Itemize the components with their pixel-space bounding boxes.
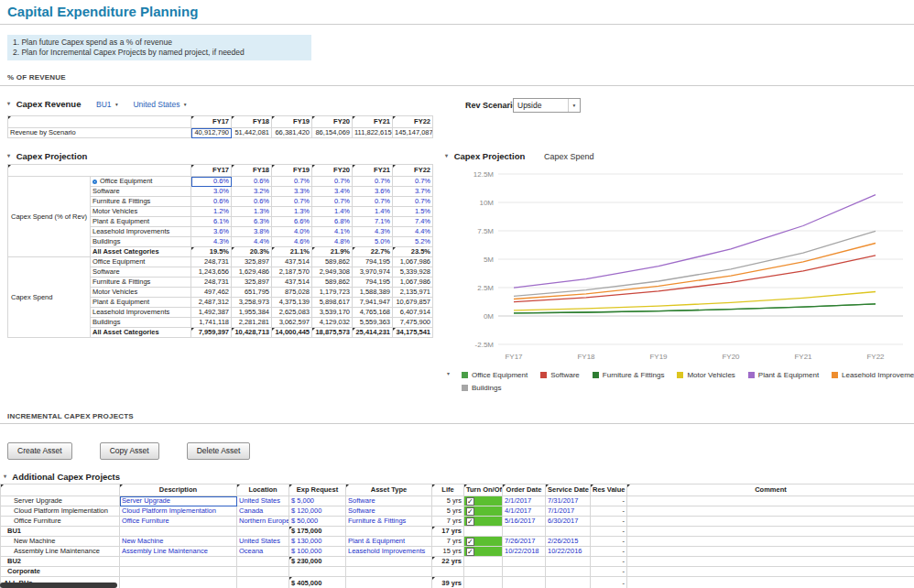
res-value-cell[interactable]: - bbox=[591, 557, 627, 567]
projection-value-cell[interactable]: 1.3% bbox=[272, 207, 312, 217]
total-value-cell[interactable]: 7,959,397 bbox=[191, 328, 232, 338]
projection-value-cell[interactable]: 1.5% bbox=[393, 207, 433, 217]
exp-request-cell[interactable] bbox=[289, 567, 346, 577]
asset-type-cell[interactable]: Furniture & Fittings bbox=[346, 517, 432, 527]
comment-cell[interactable] bbox=[627, 517, 914, 527]
total-value-cell[interactable]: 22.7% bbox=[353, 247, 393, 257]
projection-value-cell[interactable]: 0.7% bbox=[312, 177, 353, 187]
revenue-value-cell[interactable]: 111,822,615 bbox=[353, 128, 393, 138]
service-date-cell[interactable]: 6/30/2017 bbox=[546, 517, 591, 527]
location-cell[interactable]: United States bbox=[237, 537, 289, 547]
projection-value-cell[interactable]: 4,375,139 bbox=[272, 298, 312, 308]
projection-value-cell[interactable]: 3.2% bbox=[232, 187, 272, 197]
create-asset-button[interactable]: Create Asset bbox=[7, 442, 72, 460]
projection-value-cell[interactable]: 1.3% bbox=[232, 207, 272, 217]
project-row-label[interactable]: Server Upgrade bbox=[1, 496, 120, 506]
turn-on-off-cell[interactable] bbox=[464, 527, 503, 537]
projection-value-cell[interactable]: 3.4% bbox=[312, 187, 353, 197]
collapse-icon[interactable]: ▾ bbox=[445, 153, 448, 158]
projection-value-cell[interactable]: 0.6% bbox=[232, 177, 272, 187]
projection-value-cell[interactable]: 5,559,363 bbox=[353, 318, 393, 328]
projection-value-cell[interactable]: 5.0% bbox=[353, 237, 393, 247]
turn-on-off-cell[interactable] bbox=[464, 567, 503, 577]
projection-value-cell[interactable]: 497,462 bbox=[191, 288, 232, 298]
comment-cell[interactable] bbox=[627, 537, 914, 547]
projection-value-cell[interactable]: 1,067,986 bbox=[393, 278, 433, 288]
projection-value-cell[interactable]: 651,795 bbox=[232, 288, 272, 298]
total-value-cell[interactable]: 25,414,231 bbox=[353, 328, 393, 338]
projection-value-cell[interactable]: 1,243,656 bbox=[191, 267, 232, 278]
project-row-label[interactable]: Corporate bbox=[1, 567, 120, 577]
total-value-cell[interactable]: 23.5% bbox=[393, 247, 433, 257]
projection-value-cell[interactable]: 0.7% bbox=[272, 177, 312, 187]
service-date-cell[interactable]: 7/1/2017 bbox=[546, 506, 591, 517]
life-cell[interactable] bbox=[432, 567, 464, 577]
exp-request-cell[interactable]: $ 50,000 bbox=[289, 517, 346, 527]
collapse-icon[interactable]: ▾ bbox=[7, 101, 10, 106]
projection-value-cell[interactable]: 4.3% bbox=[191, 237, 232, 247]
projection-value-cell[interactable]: 3.6% bbox=[191, 227, 232, 237]
projection-value-cell[interactable]: 0.7% bbox=[353, 197, 393, 207]
total-value-cell[interactable]: 19.5% bbox=[191, 247, 232, 257]
turn-on-off-cell[interactable] bbox=[464, 506, 503, 517]
order-date-cell[interactable]: 5/16/2017 bbox=[503, 517, 546, 527]
description-cell[interactable]: Assembly Line Maintenance bbox=[120, 547, 237, 557]
asset-type-cell[interactable] bbox=[346, 577, 432, 588]
projection-value-cell[interactable]: 325,897 bbox=[232, 257, 272, 267]
projection-value-cell[interactable]: 1,955,384 bbox=[232, 308, 272, 318]
asset-type-cell[interactable]: Plant & Equipment bbox=[346, 537, 432, 547]
projection-value-cell[interactable]: 6.8% bbox=[312, 217, 353, 227]
projection-value-cell[interactable]: 4,129,032 bbox=[312, 318, 353, 328]
location-cell[interactable]: United States bbox=[237, 496, 289, 506]
projection-value-cell[interactable]: 1,067,986 bbox=[393, 257, 433, 267]
res-value-cell[interactable]: - bbox=[591, 567, 627, 577]
projection-value-cell[interactable]: 7.4% bbox=[393, 217, 433, 227]
res-value-cell[interactable]: - bbox=[591, 577, 627, 588]
projection-value-cell[interactable]: 0.7% bbox=[393, 177, 433, 187]
asset-type-cell[interactable] bbox=[346, 527, 432, 537]
projection-value-cell[interactable]: 1.4% bbox=[312, 207, 353, 217]
exp-request-cell[interactable]: $ 230,000 bbox=[289, 557, 346, 567]
rev-scenario-dropdown[interactable]: Upside ▾ bbox=[513, 98, 581, 113]
turn-on-off-cell[interactable] bbox=[464, 496, 503, 506]
projection-value-cell[interactable]: 875,028 bbox=[272, 288, 312, 298]
projection-value-cell[interactable]: 248,731 bbox=[191, 278, 232, 288]
projection-value-cell[interactable]: 4.1% bbox=[312, 227, 353, 237]
projection-value-cell[interactable]: 794,195 bbox=[353, 278, 393, 288]
projection-value-cell[interactable]: 0.6% bbox=[191, 177, 232, 187]
projection-value-cell[interactable]: 6,407,914 bbox=[393, 308, 433, 318]
order-date-cell[interactable]: 10/22/2018 bbox=[503, 547, 546, 557]
turn-on-off-cell[interactable] bbox=[464, 517, 503, 527]
description-cell[interactable] bbox=[120, 557, 237, 567]
projection-value-cell[interactable]: 0.6% bbox=[232, 197, 272, 207]
projection-value-cell[interactable]: 3,258,973 bbox=[232, 298, 272, 308]
description-cell[interactable]: New Machine bbox=[120, 537, 237, 547]
service-date-cell[interactable] bbox=[546, 577, 591, 588]
projection-value-cell[interactable]: 4.8% bbox=[312, 237, 353, 247]
projection-value-cell[interactable]: 7.1% bbox=[353, 217, 393, 227]
comment-cell[interactable] bbox=[627, 506, 914, 517]
projection-value-cell[interactable]: 589,862 bbox=[312, 257, 353, 267]
life-cell[interactable]: 7 yrs bbox=[432, 517, 464, 527]
order-date-cell[interactable] bbox=[503, 527, 546, 537]
turn-on-off-cell[interactable] bbox=[464, 577, 503, 588]
projection-value-cell[interactable]: 5,339,928 bbox=[393, 267, 433, 278]
asset-type-cell[interactable] bbox=[346, 567, 432, 577]
exp-request-cell[interactable]: $ 130,000 bbox=[289, 537, 346, 547]
res-value-cell[interactable]: - bbox=[591, 527, 627, 537]
total-value-cell[interactable]: 18,875,573 bbox=[312, 328, 353, 338]
comment-cell[interactable] bbox=[627, 547, 914, 557]
horizontal-scrollbar-thumb[interactable] bbox=[0, 583, 117, 588]
projection-value-cell[interactable]: 0.7% bbox=[353, 177, 393, 187]
projection-value-cell[interactable]: 0.7% bbox=[393, 197, 433, 207]
location-cell[interactable] bbox=[237, 577, 289, 588]
asset-type-cell[interactable]: Leasehold Improvements bbox=[346, 547, 432, 557]
service-date-cell[interactable] bbox=[546, 557, 591, 567]
comment-cell[interactable] bbox=[627, 496, 914, 506]
projection-value-cell[interactable]: 7,475,900 bbox=[393, 318, 433, 328]
description-cell[interactable]: Server Upgrade bbox=[120, 496, 237, 506]
order-date-cell[interactable]: 7/26/2017 bbox=[503, 537, 546, 547]
collapse-icon[interactable]: ▾ bbox=[4, 474, 6, 479]
projection-value-cell[interactable]: 1.4% bbox=[353, 207, 393, 217]
projection-value-cell[interactable]: 3.7% bbox=[393, 187, 433, 197]
